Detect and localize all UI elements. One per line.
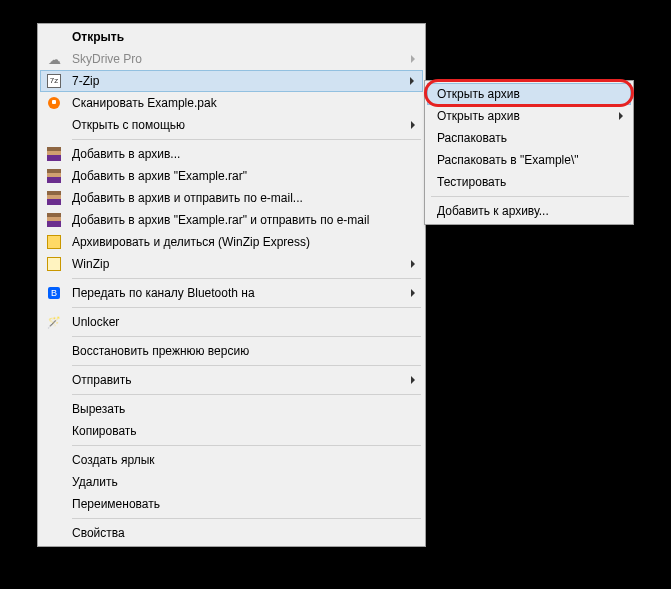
menu-item-label: Открыть архив: [437, 109, 611, 123]
menu-separator: [72, 336, 421, 337]
menu-item-открыть: Открыть: [40, 26, 423, 48]
menu-item-распаковать-в-example-[interactable]: Распаковать в "Example\": [427, 149, 631, 171]
menu-item-label: Добавить в архив...: [72, 147, 403, 161]
wz-icon: [42, 254, 66, 274]
submenu-arrow-icon: [411, 121, 415, 129]
rar-icon: [42, 188, 66, 208]
blank-icon: [42, 421, 66, 441]
menu-item-label: Переименовать: [72, 497, 403, 511]
bt-icon: [42, 283, 66, 303]
menu-separator: [431, 196, 629, 197]
submenu-arrow-icon: [411, 376, 415, 384]
wand-icon: [42, 312, 66, 332]
menu-item-unlocker[interactable]: Unlocker: [40, 311, 423, 333]
menu-item-добавить-в-архив-и-отправить-п[interactable]: Добавить в архив и отправить по e-mail..…: [40, 187, 423, 209]
menu-separator: [72, 394, 421, 395]
menu-item-label: Добавить в архив "Example.rar" и отправи…: [72, 213, 403, 227]
menu-separator: [72, 307, 421, 308]
blank-icon: [42, 370, 66, 390]
submenu-arrow-icon: [411, 55, 415, 63]
menu-item-skydrive-pro[interactable]: SkyDrive Pro: [40, 48, 423, 70]
avast-icon: [42, 93, 66, 113]
menu-item-winzip[interactable]: WinZip: [40, 253, 423, 275]
menu-item-label: Распаковать: [437, 131, 611, 145]
menu-separator: [72, 518, 421, 519]
blank-icon: [42, 341, 66, 361]
menu-separator: [72, 445, 421, 446]
menu-item-label: Создать ярлык: [72, 453, 403, 467]
wzexp-icon: [42, 232, 66, 252]
menu-item-отправить[interactable]: Отправить: [40, 369, 423, 391]
menu-item-label: Открыть архив: [437, 87, 611, 101]
menu-item-label: Восстановить прежнюю версию: [72, 344, 403, 358]
menu-item-label: WinZip: [72, 257, 403, 271]
7z-icon: [42, 71, 66, 91]
menu-item-открыть-архив[interactable]: Открыть архив: [427, 105, 631, 127]
submenu-arrow-icon: [411, 260, 415, 268]
menu-item-сканировать-example-pak[interactable]: Сканировать Example.pak: [40, 92, 423, 114]
menu-item-label: Открыть: [72, 30, 403, 44]
menu-item-label: 7-Zip: [72, 74, 403, 88]
menu-item-распаковать[interactable]: Распаковать: [427, 127, 631, 149]
menu-item-открыть-архив[interactable]: Открыть архив: [427, 83, 631, 105]
rar-icon: [42, 210, 66, 230]
submenu-arrow-icon: [410, 77, 414, 85]
menu-item-тестировать[interactable]: Тестировать: [427, 171, 631, 193]
rar-icon: [42, 166, 66, 186]
submenu-arrow-icon: [619, 112, 623, 120]
menu-item-восстановить-прежнюю-версию[interactable]: Восстановить прежнюю версию: [40, 340, 423, 362]
menu-item-добавить-в-архив-[interactable]: Добавить в архив...: [40, 143, 423, 165]
menu-item-label: Вырезать: [72, 402, 403, 416]
blank-icon: [42, 494, 66, 514]
menu-item-label: Распаковать в "Example\": [437, 153, 611, 167]
menu-item-label: Отправить: [72, 373, 403, 387]
menu-item-label: Добавить в архив и отправить по e-mail..…: [72, 191, 403, 205]
menu-separator: [72, 139, 421, 140]
menu-item-label: Сканировать Example.pak: [72, 96, 403, 110]
menu-item-label: Добавить в архив "Example.rar": [72, 169, 403, 183]
menu-item-label: Архивировать и делиться (WinZip Express): [72, 235, 403, 249]
menu-item-label: Удалить: [72, 475, 403, 489]
menu-item-добавить-в-архив-example-rar-[interactable]: Добавить в архив "Example.rar": [40, 165, 423, 187]
menu-item-label: Unlocker: [72, 315, 403, 329]
menu-item-вырезать[interactable]: Вырезать: [40, 398, 423, 420]
cloud-icon: [42, 49, 66, 69]
blank-icon: [42, 115, 66, 135]
7zip-submenu: Открыть архивОткрыть архивРаспаковатьРас…: [424, 80, 634, 225]
context-menu: ОткрытьSkyDrive Pro7-ZipСканировать Exam…: [37, 23, 426, 547]
menu-item-7-zip[interactable]: 7-Zip: [40, 70, 423, 92]
menu-item-label: Открыть с помощью: [72, 118, 403, 132]
menu-separator: [72, 278, 421, 279]
menu-item-label: Добавить к архиву...: [437, 204, 611, 218]
menu-item-копировать[interactable]: Копировать: [40, 420, 423, 442]
menu-item-создать-ярлык[interactable]: Создать ярлык: [40, 449, 423, 471]
submenu-arrow-icon: [411, 289, 415, 297]
menu-item-архивировать-и-делиться-winzip[interactable]: Архивировать и делиться (WinZip Express): [40, 231, 423, 253]
menu-item-label: Свойства: [72, 526, 403, 540]
menu-item-свойства[interactable]: Свойства: [40, 522, 423, 544]
blank-icon: [42, 399, 66, 419]
menu-item-добавить-к-архиву-[interactable]: Добавить к архиву...: [427, 200, 631, 222]
menu-item-label: SkyDrive Pro: [72, 52, 403, 66]
menu-item-открыть-с-помощью[interactable]: Открыть с помощью: [40, 114, 423, 136]
menu-item-передать-по-каналу-bluetooth-н[interactable]: Передать по каналу Bluetooth на: [40, 282, 423, 304]
blank-icon: [42, 472, 66, 492]
menu-item-label: Тестировать: [437, 175, 611, 189]
menu-separator: [72, 365, 421, 366]
blank-icon: [42, 27, 66, 47]
menu-item-переименовать[interactable]: Переименовать: [40, 493, 423, 515]
blank-icon: [42, 450, 66, 470]
menu-item-label: Копировать: [72, 424, 403, 438]
menu-item-label: Передать по каналу Bluetooth на: [72, 286, 403, 300]
menu-item-удалить[interactable]: Удалить: [40, 471, 423, 493]
menu-item-добавить-в-архив-example-rar-и[interactable]: Добавить в архив "Example.rar" и отправи…: [40, 209, 423, 231]
rar-icon: [42, 144, 66, 164]
blank-icon: [42, 523, 66, 543]
